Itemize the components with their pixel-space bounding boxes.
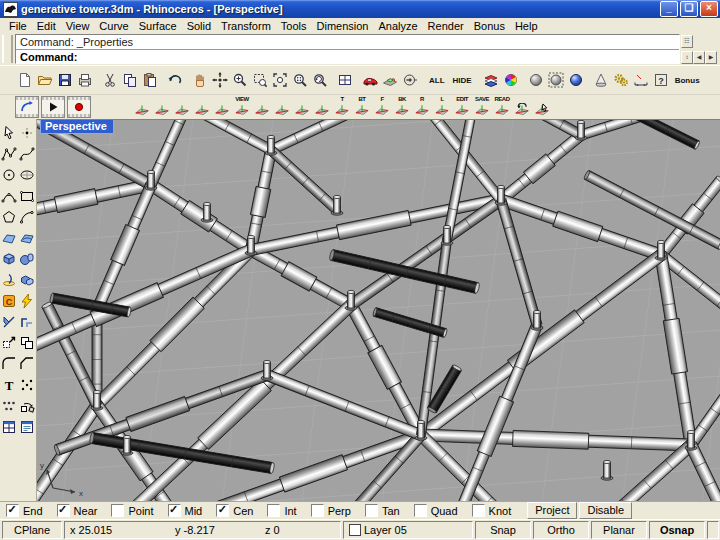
menu-view[interactable]: View (61, 20, 95, 32)
zoom-extents-button[interactable] (290, 69, 310, 91)
explode-tool[interactable] (18, 290, 36, 311)
bonus-menu-button[interactable]: Bonus (671, 69, 704, 91)
array-tool[interactable] (0, 395, 18, 416)
menu-dimension[interactable]: Dimension (312, 20, 374, 32)
polygon-tool[interactable] (0, 206, 18, 227)
polyline-tool[interactable] (0, 143, 18, 164)
revolve-tool[interactable] (0, 269, 18, 290)
trim-tool[interactable] (0, 311, 18, 332)
render-preview-button[interactable] (380, 69, 400, 91)
cplane-top-button[interactable]: T (332, 96, 352, 118)
ellipse-tool[interactable] (18, 164, 36, 185)
osnap-end-toggle[interactable]: End (6, 504, 43, 517)
osnap-pane[interactable]: Osnap (649, 521, 705, 539)
cplane-front-button[interactable]: F (372, 96, 392, 118)
coordinates-pane[interactable]: x 25.015 y -8.217 z 0 (64, 521, 341, 539)
menu-file[interactable]: File (4, 20, 32, 32)
cplane-back-button[interactable]: BK (392, 96, 412, 118)
shade-selected-button[interactable] (546, 69, 566, 91)
command-box[interactable]: Command: _Properties Command: (15, 34, 680, 64)
checkbox-icon[interactable] (6, 504, 19, 517)
cplane-object-button[interactable] (192, 96, 212, 118)
checkbox-icon[interactable] (267, 504, 280, 517)
layer-color-swatch[interactable] (349, 524, 361, 536)
fillet-tool[interactable] (0, 353, 18, 374)
spotlight-button[interactable] (591, 69, 611, 91)
text-tool[interactable]: T (0, 374, 18, 395)
four-viewports-button[interactable] (335, 69, 355, 91)
command-popup-button[interactable]: ☷ (681, 35, 693, 48)
zoom-dynamic-button[interactable] (230, 69, 250, 91)
point-tool[interactable] (18, 122, 36, 143)
help-button[interactable]: ? (651, 69, 671, 91)
minimize-button[interactable]: _ (660, 1, 678, 17)
cplane-zaxis-button[interactable] (152, 96, 172, 118)
animation-play-button[interactable] (41, 96, 65, 118)
shade-button[interactable] (526, 69, 546, 91)
ortho-pane[interactable]: Ortho (533, 521, 589, 539)
undo-button[interactable] (165, 69, 185, 91)
osnap-near-toggle[interactable]: Near (57, 504, 98, 517)
tile-viewports-tool[interactable] (0, 416, 18, 437)
cplane-undo-button[interactable] (512, 96, 532, 118)
patch-tool[interactable] (18, 227, 36, 248)
layer-pane[interactable]: Layer 05 (343, 521, 473, 539)
cplane-3point-button[interactable] (172, 96, 192, 118)
layers-button[interactable] (481, 69, 501, 91)
print-button[interactable] (75, 69, 95, 91)
save-button[interactable] (55, 69, 75, 91)
zoom-window-button[interactable] (250, 69, 270, 91)
close-button[interactable]: × (700, 1, 718, 17)
cplane-view-button[interactable]: VIEW (232, 96, 252, 118)
title-bar[interactable]: generative tower.3dm - Rhinoceros - [Per… (0, 0, 720, 18)
orient-tool[interactable] (18, 395, 36, 416)
menu-surface[interactable]: Surface (134, 20, 182, 32)
rotate-view-button[interactable] (210, 69, 230, 91)
move-tool[interactable] (0, 332, 18, 353)
osnap-quad-toggle[interactable]: Quad (414, 504, 458, 517)
cplane-read-button[interactable]: READ (492, 96, 512, 118)
box-tool[interactable] (0, 248, 18, 269)
cplane-origin-button[interactable] (272, 96, 292, 118)
cplane-bottom-button[interactable]: BT (352, 96, 372, 118)
point-grid-tool[interactable] (18, 374, 36, 395)
pointer-tool[interactable] (0, 122, 18, 143)
block-tool[interactable] (18, 269, 36, 290)
menu-tools[interactable]: Tools (276, 20, 312, 32)
viewport-title[interactable]: Perspective (40, 120, 114, 134)
cplane-rotate-button[interactable] (292, 96, 312, 118)
join-tool[interactable] (18, 311, 36, 332)
zoom-extents-all-button[interactable]: ALL (425, 69, 449, 91)
copy-button[interactable] (120, 69, 140, 91)
command-scroll-left-button[interactable]: ◀ (693, 51, 705, 64)
checkbox-icon[interactable] (216, 504, 229, 517)
osnap-int-toggle[interactable]: Int (267, 504, 296, 517)
chamfer-tool[interactable] (18, 353, 36, 374)
hide-button[interactable]: HIDE (449, 69, 476, 91)
options-button[interactable] (611, 69, 631, 91)
osnap-point-toggle[interactable]: Point (111, 504, 153, 517)
checkbox-icon[interactable] (472, 504, 485, 517)
menu-bonus[interactable]: Bonus (469, 20, 510, 32)
checkbox-icon[interactable] (111, 504, 124, 517)
osnap-perp-toggle[interactable]: Perp (311, 504, 351, 517)
cplane-gear-button[interactable] (212, 96, 232, 118)
zoom-selected-button[interactable] (270, 69, 290, 91)
checkbox-icon[interactable] (311, 504, 324, 517)
menu-render[interactable]: Render (423, 20, 469, 32)
menu-edit[interactable]: Edit (32, 20, 61, 32)
surface-tool[interactable] (0, 227, 18, 248)
cplane-left-button[interactable]: L (432, 96, 452, 118)
osnap-cen-toggle[interactable]: Cen (216, 504, 253, 517)
checkbox-icon[interactable] (168, 504, 181, 517)
circle-tool[interactable] (0, 164, 18, 185)
checkbox-icon[interactable] (365, 504, 378, 517)
cplane-pane[interactable]: CPlane (2, 521, 62, 539)
sphere-tool[interactable] (18, 248, 36, 269)
rectangle-tool[interactable] (18, 185, 36, 206)
conic-tool[interactable] (0, 185, 18, 206)
checkbox-icon[interactable] (57, 504, 70, 517)
named-views-button[interactable] (400, 69, 420, 91)
animation-record-button[interactable] (67, 96, 91, 118)
render-scene-button[interactable] (566, 69, 586, 91)
